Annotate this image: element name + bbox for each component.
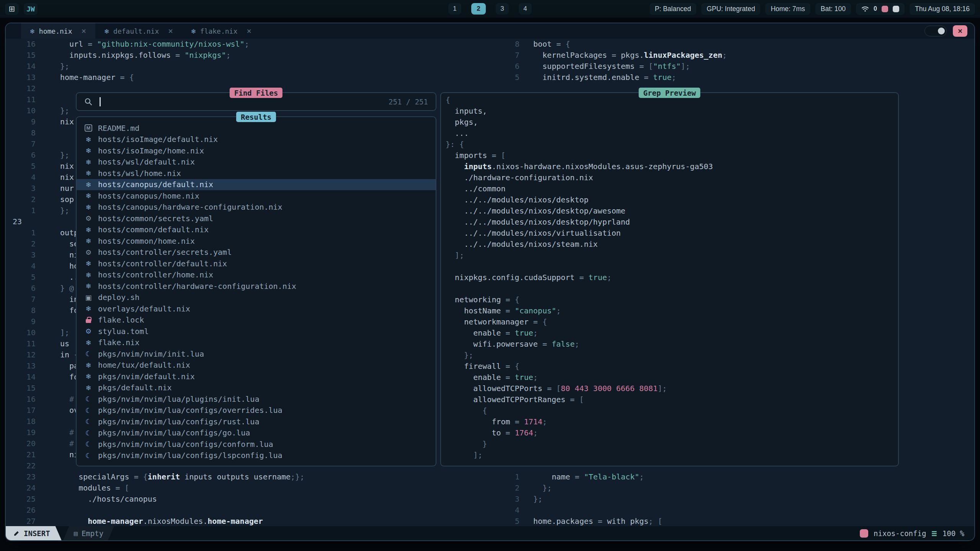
result-row[interactable]: pkgs/nvim/nvim/lua/configs/go.lua xyxy=(77,427,436,439)
result-row[interactable]: pkgs/nvim/default.nix xyxy=(77,371,436,382)
mode-segment: INSERT xyxy=(6,526,62,540)
workspace-4[interactable]: 4 xyxy=(519,3,532,15)
window-close-button[interactable]: × xyxy=(953,25,967,37)
result-row[interactable]: pkgs/nvim/nvim/lua/configs/lspconfig.lua xyxy=(77,450,436,461)
app-launcher-button[interactable]: ⊞ xyxy=(5,3,19,15)
result-row[interactable]: hosts/controller/hardware-configuration.… xyxy=(77,280,436,292)
result-filename: hosts/canopus/hardware-configuration.nix xyxy=(98,202,283,212)
tab-close-icon[interactable]: × xyxy=(247,26,252,36)
result-filename: hosts/isoImage/default.nix xyxy=(98,135,218,144)
nix-file-icon xyxy=(83,180,94,189)
workspace-2[interactable]: 2 xyxy=(471,3,486,15)
code-line xyxy=(446,262,898,273)
result-row[interactable]: stylua.toml xyxy=(77,326,436,337)
project-badge-icon xyxy=(860,529,868,538)
code-line: inputs, xyxy=(446,106,898,117)
result-row[interactable]: flake.nix xyxy=(77,337,436,349)
line-number: 8 xyxy=(6,306,36,317)
code-line: allowedTCPPortRanges = [ xyxy=(446,395,898,406)
line-number: 27 xyxy=(6,517,36,526)
tab-list: ❄home.nix×❄default.nix×❄flake.nix× xyxy=(21,23,261,39)
workspace-3[interactable]: 3 xyxy=(496,3,509,15)
code-line: }: { xyxy=(446,140,898,151)
result-row[interactable]: hosts/common/home.nix xyxy=(77,235,436,247)
workspace-1[interactable]: 1 xyxy=(448,3,461,15)
result-row[interactable]: hosts/common/default.nix xyxy=(77,224,436,236)
lua-file-icon xyxy=(83,417,94,426)
result-filename: pkgs/nvim/nvim/lua/configs/overrides.lua xyxy=(98,406,283,415)
code-line: to = 1764; xyxy=(446,428,898,439)
tab-default.nix[interactable]: ❄default.nix× xyxy=(95,23,182,39)
result-row[interactable]: hosts/wsl/default.nix xyxy=(77,156,436,168)
toggle-switch[interactable] xyxy=(924,26,947,36)
result-filename: flake.lock xyxy=(98,315,144,324)
wifi-icon xyxy=(861,6,869,12)
notification-count-icon: 0 xyxy=(874,5,877,12)
code-line: 13home-manager = { xyxy=(6,73,440,84)
result-row[interactable]: flake.lock xyxy=(77,315,436,326)
result-row[interactable]: hosts/canopus/home.nix xyxy=(77,190,436,202)
result-row[interactable]: pkgs/default.nix xyxy=(77,382,436,394)
line-number: 10 xyxy=(6,328,36,339)
result-row[interactable]: overlays/default.nix xyxy=(77,303,436,315)
tab-close-icon[interactable]: × xyxy=(82,26,87,36)
bar-module: Home: 7ms xyxy=(765,3,810,15)
results-title-badge: Results xyxy=(236,112,276,122)
nix-file-icon xyxy=(83,270,94,279)
result-filename: pkgs/nvim/nvim/lua/configs/conform.lua xyxy=(98,440,273,449)
result-row[interactable]: README.md xyxy=(77,122,436,134)
line-number: 14 xyxy=(6,62,36,73)
pink-indicator-icon xyxy=(882,6,888,12)
tab-flake.nix[interactable]: ❄flake.nix× xyxy=(182,23,261,39)
result-row[interactable]: hosts/canopus/default.nix xyxy=(77,179,436,191)
result-row[interactable]: hosts/canopus/hardware-configuration.nix xyxy=(77,202,436,213)
result-row[interactable]: pkgs/nvim/nvim/init.lua xyxy=(77,348,436,360)
line-number: 2 xyxy=(6,239,36,250)
result-row[interactable]: home/tux/default.nix xyxy=(77,360,436,371)
code-line: allowedTCPPorts = [80 443 3000 6666 8081… xyxy=(446,384,898,395)
result-row[interactable]: hosts/wsl/home.nix xyxy=(77,168,436,179)
code-line: wifi.powersave = false; xyxy=(446,339,898,350)
nix-icon: ❄ xyxy=(105,27,109,35)
code-line: pkgs, xyxy=(446,117,898,129)
nix-file-icon xyxy=(83,225,94,234)
mode-label: INSERT xyxy=(24,529,50,538)
code-line: enable = true; xyxy=(446,328,898,339)
result-filename: hosts/controller/hardware-configuration.… xyxy=(98,282,296,291)
result-row[interactable]: hosts/common/secrets.yaml xyxy=(77,213,436,224)
result-row[interactable]: pkgs/nvim/nvim/lua/plugins/init.lua xyxy=(77,393,436,405)
result-row[interactable]: pkgs/nvim/nvim/lua/configs/rust.lua xyxy=(77,416,436,427)
line-number: 3 xyxy=(477,494,519,505)
line-number: 14 xyxy=(6,372,36,383)
editor-area[interactable]: 16 url = "github:nix-community/nixos-wsl… xyxy=(6,39,974,526)
result-row[interactable]: hosts/controller/home.nix xyxy=(77,269,436,281)
code-line: 7 kernelPackages = pkgs.linuxPackages_ze… xyxy=(477,51,974,62)
result-filename: hosts/controller/home.nix xyxy=(98,270,213,279)
logo-badge: JW xyxy=(24,3,38,15)
code-line: 1 name = "Tela-black"; xyxy=(477,472,974,483)
statusline-right: nixos-config ≡ 100 % xyxy=(860,528,974,539)
lua-file-icon xyxy=(83,428,94,437)
result-row[interactable]: hosts/controller/default.nix xyxy=(77,258,436,269)
bar-module: Bat: 100 xyxy=(815,3,851,15)
lua-file-icon xyxy=(83,349,94,359)
result-row[interactable]: hosts/isoImage/default.nix xyxy=(77,134,436,145)
telescope-prompt[interactable]: Find Files 251 / 251 xyxy=(76,92,436,111)
nix-file-icon xyxy=(83,282,94,291)
line-number: 11 xyxy=(6,339,36,350)
result-row[interactable]: pkgs/nvim/nvim/lua/configs/overrides.lua xyxy=(77,405,436,416)
system-tray[interactable]: 0 xyxy=(856,3,905,15)
code-line: ../../modules/nixos/desktop/hyprland xyxy=(446,217,898,228)
app-grid-icon: ⊞ xyxy=(9,4,15,13)
result-row[interactable]: pkgs/nvim/nvim/lua/configs/conform.lua xyxy=(77,439,436,450)
buffer-status-label: Empty xyxy=(82,529,103,538)
tab-close-icon[interactable]: × xyxy=(168,26,173,36)
code-line: enable = true; xyxy=(446,373,898,384)
result-row[interactable]: hosts/isoImage/home.nix xyxy=(77,145,436,156)
line-number: 6 xyxy=(6,284,36,295)
nix-file-icon xyxy=(83,304,94,313)
result-row[interactable]: hosts/controller/secrets.yaml xyxy=(77,247,436,258)
tab-home.nix[interactable]: ❄home.nix× xyxy=(21,23,95,39)
result-row[interactable]: deploy.sh xyxy=(77,292,436,303)
line-number: 1 xyxy=(6,228,36,239)
